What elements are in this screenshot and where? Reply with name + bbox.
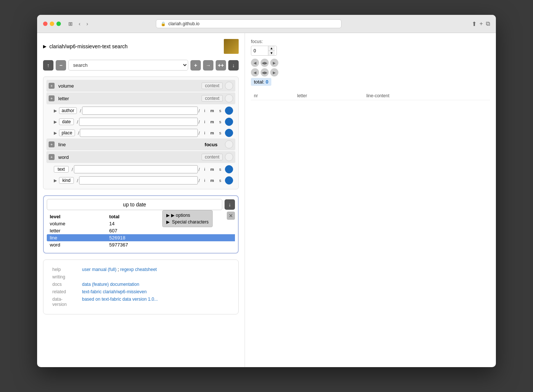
text-toggle[interactable] [225,165,233,173]
search-filters: + volume context + letter context [43,76,239,189]
browser-toolbar-icons: ⬆ + ⧉ [472,20,490,27]
kind-label: kind [59,177,74,184]
minus-button[interactable]: − [56,60,66,71]
volume-context[interactable]: context [202,82,223,89]
line-section: + line focus [46,138,235,150]
date-flag-i[interactable]: i [203,120,206,124]
row-level: word [47,241,106,248]
author-flag-i[interactable]: i [203,108,206,113]
letter-context[interactable]: context [202,95,223,102]
date-flag-s[interactable]: s [218,120,223,124]
place-flag-m[interactable]: m [209,131,216,135]
windows-icon[interactable]: ⧉ [486,20,490,27]
down-button[interactable]: ↓ [228,60,239,71]
kind-toggle[interactable] [225,176,233,184]
volume-toggle[interactable] [225,82,233,90]
newtab-icon[interactable]: + [480,20,483,27]
forward-button[interactable]: › [85,20,90,27]
total-value: 0 [266,79,268,85]
uptodate-title-input[interactable] [47,199,222,210]
uptodate-down-button[interactable]: ↓ [225,199,235,210]
date-toggle[interactable] [225,118,233,126]
footer-related-link[interactable]: text-fabric clariah/wp6-missieven [82,289,147,294]
letter-plus-button[interactable]: + [49,95,55,101]
footer-dataversion-label: data-version [49,295,79,308]
date-regex-input[interactable] [79,118,198,126]
author-regex-input[interactable] [82,107,198,115]
place-regex-input[interactable] [80,129,197,137]
minimize-button[interactable] [50,22,54,26]
word-content-label[interactable]: content [202,154,223,160]
options-menu-item[interactable]: ▶ ▶ options [164,212,211,219]
footer-docs-label: docs [49,281,79,288]
nav-next2-button[interactable]: ▶ [270,68,278,76]
text-regex-input[interactable] [74,165,198,173]
footer-regexp-link[interactable]: regexp cheatsheet [120,267,157,272]
focus-down-button[interactable]: ▼ [268,51,275,55]
nav-prevnext1-button[interactable]: ◀▶ [261,59,269,67]
volume-plus-button[interactable]: + [49,83,55,89]
scroll-up-button[interactable]: ↑ [43,60,53,71]
text-regex-wrapper: / / [71,165,200,173]
word-plus-button[interactable]: + [49,154,55,160]
author-toggle[interactable] [225,107,233,115]
kind-flag-s[interactable]: s [218,178,223,183]
text-flag-s[interactable]: s [218,167,223,172]
search-dropdown[interactable]: search [68,60,188,71]
row-total: 5977367 [106,241,174,248]
line-toggle[interactable] [225,140,233,148]
url-bar[interactable]: 🔒 clariah.github.io [156,19,341,28]
sidebar-toggle-button[interactable]: ⊞ [67,20,74,27]
nav-prev2-button[interactable]: ◀ [251,68,259,76]
row-results [175,227,235,234]
share-icon[interactable]: ⬆ [472,20,477,27]
total-label: total: [254,79,264,85]
footer-section: help user manual (full) ; regexp cheatsh… [43,259,239,314]
word-label: word [58,154,69,160]
book-thumbnail [224,39,239,54]
dropdown-menu: ▶ ▶ options ▶ Special characters [162,210,213,227]
volume-label: volume [58,83,74,89]
close-button[interactable] [43,22,48,26]
focus-up-button[interactable]: ▲ [268,46,275,51]
text-flag-i[interactable]: i [203,167,206,172]
text-flag-m[interactable]: m [209,167,216,172]
place-flag-s[interactable]: s [218,131,223,135]
special-chars-menu-item[interactable]: ▶ Special characters [164,219,211,225]
next-button[interactable]: → [203,60,213,71]
kind-regex-input[interactable] [79,176,198,184]
nav-prev1-button[interactable]: ◀ [251,59,259,67]
place-label: place [59,130,75,136]
author-flag-s[interactable]: s [218,108,223,113]
place-flag-i[interactable]: i [203,131,206,135]
focus-input[interactable] [251,47,268,55]
author-flag-m[interactable]: m [209,108,216,113]
double-plus-button[interactable]: ++ [216,60,226,71]
line-plus-button[interactable]: + [49,141,55,147]
nav-next1-button[interactable]: ▶ [270,59,278,67]
kind-flag-m[interactable]: m [209,178,216,183]
word-toggle[interactable] [225,153,233,161]
date-chevron-button[interactable]: ▶ [54,120,57,124]
close-dropdown-button[interactable]: ✕ [227,212,235,220]
author-chevron-button[interactable]: ▶ [54,108,57,113]
letter-toggle[interactable] [225,94,233,102]
kind-flag-i[interactable]: i [203,178,206,183]
footer-user-manual-link[interactable]: user manual (full) [82,267,117,272]
results-row: line 526918 [47,234,235,241]
back-button[interactable]: ‹ [77,20,82,27]
kind-chevron-button[interactable]: ▶ [54,178,57,183]
footer-docs-link[interactable]: data (feature) documentation [82,282,139,287]
place-toggle[interactable] [225,129,233,137]
date-regex-wrapper: / / [76,118,200,126]
row-total: 607 [106,227,174,234]
footer-dataversion-link[interactable]: based on text-fabric data version 1.0... [82,297,158,302]
right-panel: focus: ▲ ▼ ◀ ◀▶ ▶ [245,33,496,367]
add-button[interactable]: + [190,60,201,71]
maximize-button[interactable] [56,22,61,26]
total-line: total: 0 [251,78,271,86]
footer-dataversion-row: data-version based on text-fabric data v… [49,295,232,308]
date-flag-m[interactable]: m [209,120,216,124]
nav-prevnext2-button[interactable]: ◀▶ [261,68,269,76]
place-chevron-button[interactable]: ▶ [54,131,57,135]
